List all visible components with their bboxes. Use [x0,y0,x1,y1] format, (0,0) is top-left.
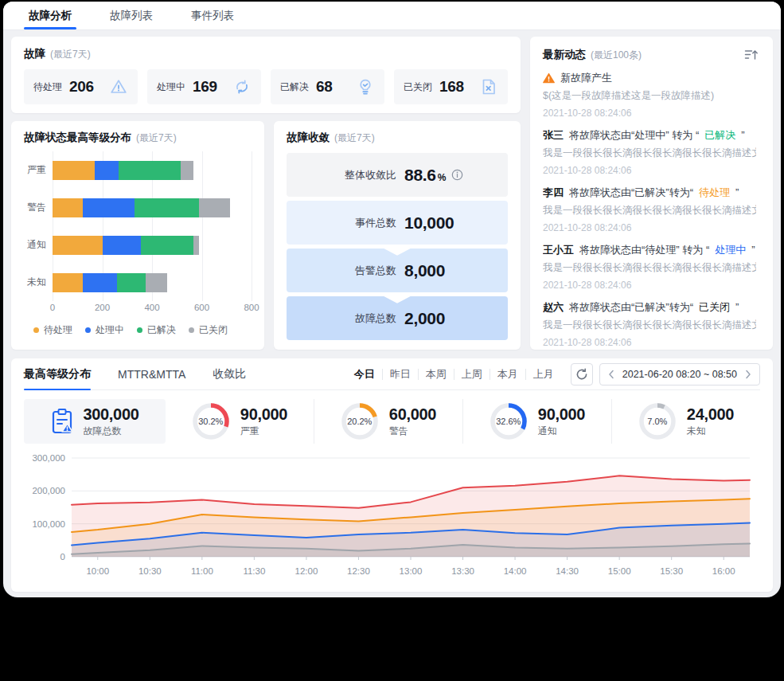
legend-item[interactable]: 已解决 [137,323,176,337]
feed-user-name: 张三 [543,128,564,142]
donut-kpi-group: 30.2%90,000严重 [166,399,314,444]
bar-card-title: 故障状态最高等级分布 (最近7天) [24,131,252,145]
tab-label: MTTR&MTTA [118,368,185,381]
screenshot-canvas: 故障分析 故障列表 事件列表 故障 (最近7天) 待处理206处理中169已解决… [0,0,784,681]
clipboard-alert-icon [50,408,74,435]
fault-card-title: 故障 (最近7天) [24,47,508,61]
tab-convergence-ratio[interactable]: 收敛比 [213,358,246,389]
bar-x-tick-label: 600 [194,303,209,312]
stat-value: 206 [69,78,94,96]
card-title-text: 故障状态最高等级分布 [24,131,131,145]
kpi-row: 300,000 故障总数 30.2%90,000严重20.2%60,000警告3… [24,399,760,444]
preset-yesterday[interactable]: 昨日 [382,369,418,380]
preset-this-week[interactable]: 本周 [418,369,454,380]
tab-top-level-distribution[interactable]: 最高等级分布 [24,358,91,389]
feed-action-text: 将故障状态由“已解决”转为“ [569,300,693,314]
stat-label: 待处理 [33,80,62,94]
preset-this-month[interactable]: 本月 [490,369,525,380]
svg-text:15:30: 15:30 [660,566,683,576]
chevron-right-icon[interactable] [745,370,751,379]
donut-kpi-value: 90,000 [240,405,287,423]
svg-text:13:00: 13:00 [400,566,423,576]
feed-item-time: 2021-10-28 08:24:06 [543,280,760,291]
feed-item-time: 2021-10-28 08:24:06 [543,108,760,119]
feed-item-desc: 我是一段很长很长滴很长很长滴很长很长滴描述文字... [543,261,756,275]
bar-x-axis: 0200400600800 [53,303,252,315]
feed-action-text: 将故障状态由“处理中” 转为 “ [569,128,699,142]
tab-event-list[interactable]: 事件列表 [189,2,236,29]
fault-stat-box: 待处理206 [24,69,138,104]
app-window: 故障分析 故障列表 事件列表 故障 (最近7天) 待处理206处理中169已解决… [3,2,781,597]
card-subtitle: (最近7天) [136,131,177,145]
sort-button[interactable] [743,47,760,63]
bar-x-tick-label: 0 [50,303,55,312]
card-subtitle: (最近7天) [50,48,91,61]
tab-fault-list[interactable]: 故障列表 [108,2,154,29]
bar-category-labels: 严重警告通知未知 [24,151,53,315]
tab-fault-analysis[interactable]: 故障分析 [27,2,73,29]
feed-item: 赵六将故障状态由“已解决”转为“已关闭”我是一段很长很长滴很长很长滴很长很长滴描… [543,292,760,350]
donut-kpi-group: 7.0%24,000未知 [611,399,760,444]
tab-label: 事件列表 [191,10,234,22]
donut-percent-label: 7.0% [638,402,677,440]
refresh-button[interactable] [571,363,593,386]
tab-label: 故障列表 [110,10,153,22]
donut-kpi-group: 32.6%90,000通知 [462,399,611,444]
stat-value: 168 [439,78,464,96]
preset-last-week[interactable]: 上周 [454,369,490,380]
card-subtitle: (最近7天) [334,131,375,145]
funnel-card-title: 故障收敛 (最近7天) [287,131,508,145]
feed-item-desc: 我是一段很长很长滴很长很长滴很长很长滴描述文字... [543,319,756,332]
funnel-row-label: 故障总数 [320,311,396,326]
chevron-left-icon[interactable] [608,370,614,379]
severity-distribution-card: 故障状态最高等级分布 (最近7天) 严重警告通知未知 0200400600800 [11,121,264,350]
tab-mttr-mtta[interactable]: MTTR&MTTA [118,358,185,389]
svg-text:0: 0 [60,552,65,562]
area-chart-svg: 0100,000200,000300,00010:0010:3011:0011:… [24,448,758,584]
info-icon[interactable] [451,169,463,181]
card-title-text: 最新动态 [543,48,586,62]
bar-row [53,151,252,189]
activity-card: 最新动态 (最近100条) 新故障产生$(这是一 [530,37,773,350]
legend-item[interactable]: 已关闭 [189,323,228,337]
donut-kpi-label: 警告 [389,425,436,438]
convergence-card: 故障收敛 (最近7天) 整体收敛比88.6%事件总数10,000告警总数8,00… [274,121,521,350]
svg-text:13:30: 13:30 [451,566,474,576]
feed-item-title: 新故障产生 [543,71,760,84]
legend-item[interactable]: 处理中 [85,323,124,337]
stacked-bar [53,236,252,255]
bar-category-label: 未知 [24,264,53,301]
feed-action-tail: ” [741,128,744,142]
preset-last-month[interactable]: 上月 [525,369,561,380]
bar-segment-待处理 [53,273,83,292]
funnel-row-label: 事件总数 [320,216,396,230]
funnel-row-value: 10,000 [404,213,474,233]
funnel-row-label: 告警总数 [320,264,396,278]
time-toolbar: 今日 昨日 本周 上周 本月 上月 [347,363,760,386]
date-range-picker[interactable]: 2021-06-20 08:20 ~ 08:50 [599,363,760,386]
funnel-row-value: 2,000 [404,309,474,328]
legend-item[interactable]: 待处理 [33,323,72,337]
refresh-icon [575,368,588,381]
donut-percent-label: 32.6% [490,402,528,440]
area-chart: 0100,000200,000300,00010:0010:3011:0011:… [24,448,760,587]
legend-dot [33,327,39,333]
bar-category-label: 通知 [24,226,53,264]
stat-value: 68 [316,78,333,96]
svg-text:14:00: 14:00 [504,566,527,576]
card-title-text: 故障收敛 [287,131,330,145]
feed-action-tail: ” [735,300,739,314]
funnel-row: 告警总数8,000 [287,249,508,292]
preset-today[interactable]: 今日 [347,369,382,380]
tab-label: 最高等级分布 [24,367,91,382]
feed-item-title: 张三将故障状态由“处理中” 转为 “已解决” [543,128,760,142]
stacked-bar [53,273,252,292]
content-area: 故障 (最近7天) 待处理206处理中169已解决68已关闭168 故障状态最高… [3,30,781,597]
feed-item-time: 2021-10-28 08:24:06 [543,222,760,233]
tab-label: 收敛比 [213,367,246,382]
stat-label: 处理中 [157,80,185,94]
legend-label: 已关闭 [199,323,228,337]
fault-stat-box: 已解决68 [271,69,384,104]
feed-status-text: 已解决 [704,128,735,142]
svg-text:200,000: 200,000 [32,486,65,495]
